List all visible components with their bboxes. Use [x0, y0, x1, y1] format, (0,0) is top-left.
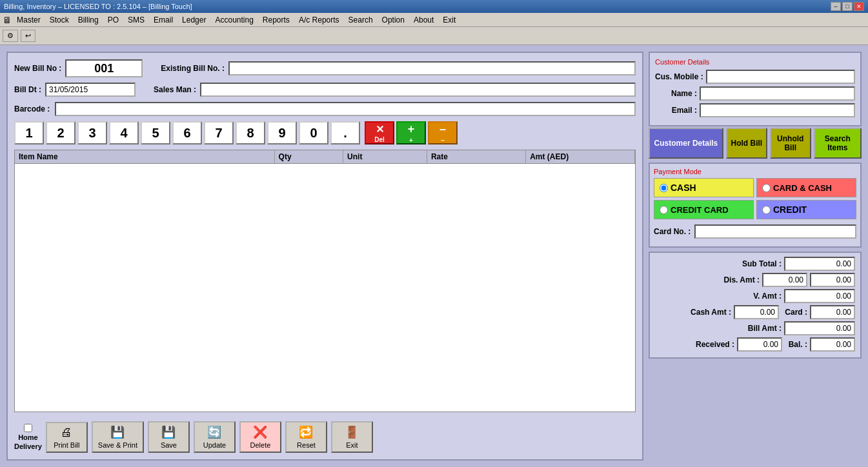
app-title: Billing, Inventory – LICENSED TO : 2.5.1… [4, 3, 192, 10]
home-delivery-checkbox[interactable] [24, 424, 32, 432]
num-btn-4[interactable]: 4 [109, 121, 139, 144]
title-bar: Billing, Inventory – LICENSED TO : 2.5.1… [0, 0, 868, 13]
bill-dt-select[interactable]: 31/05/2015 [45, 83, 136, 97]
existing-bill-no-select[interactable] [228, 61, 636, 75]
menu-item-accounting[interactable]: Accounting [211, 14, 257, 26]
num-btn-8[interactable]: 8 [236, 121, 265, 144]
menu-item-about[interactable]: About [410, 14, 438, 26]
num-btn-7[interactable]: 7 [204, 121, 234, 144]
menu-item-search[interactable]: Search [345, 14, 377, 26]
update-button[interactable]: 🔄 Update [194, 421, 236, 453]
toolbar-btn-1[interactable]: ⚙ [3, 30, 18, 42]
exit-button[interactable]: 🚪 Exit [331, 421, 373, 453]
minus-button[interactable]: – – [428, 121, 458, 144]
window-controls[interactable]: – □ ✕ [831, 2, 864, 11]
num-btn-9[interactable]: 9 [267, 121, 297, 144]
cus-mobile-row: Cus. Mobile : [655, 70, 855, 84]
num-btn-dot[interactable]: . [330, 121, 360, 144]
new-bill-no-input[interactable] [65, 59, 143, 77]
dis-amt-input1[interactable] [762, 273, 807, 287]
customer-details-btn2[interactable]: Customer Details [649, 128, 723, 159]
menu-item-exit[interactable]: Exit [439, 14, 459, 26]
plus-button[interactable]: + + [396, 121, 426, 144]
num-btn-2[interactable]: 2 [46, 121, 76, 144]
menu-item-email[interactable]: Email [150, 14, 177, 26]
print-bill-button[interactable]: 🖨 Print Bill [46, 422, 88, 453]
menu-bar: 🖥 Master Stock Billing PO SMS Email Ledg… [0, 13, 868, 27]
payment-credit-label: CREDIT [773, 204, 807, 215]
card-input[interactable] [810, 305, 855, 319]
payment-cash-radio[interactable] [660, 184, 668, 192]
main-content: New Bill No : Existing Bill No. : Bill D… [0, 45, 868, 467]
bal-input[interactable] [810, 337, 855, 352]
menu-item-stock[interactable]: Stock [46, 14, 73, 26]
num-btn-6[interactable]: 6 [172, 121, 202, 144]
received-label: Received : [683, 340, 734, 349]
search-items-row: Customer Details Hold Bill Unhold Bill S… [649, 128, 862, 159]
bottom-bar: Home Delivery 🖨 Print Bill 💾 Save & Prin… [14, 421, 636, 453]
payment-credit-radio[interactable] [762, 206, 771, 214]
barcode-select[interactable] [55, 102, 636, 116]
card-no-input[interactable] [694, 224, 856, 239]
payment-card-cash-radio[interactable] [762, 184, 771, 192]
num-btn-5[interactable]: 5 [141, 121, 170, 144]
dis-amt-input2[interactable] [810, 273, 855, 287]
menu-item-ac-reports[interactable]: A/c Reports [295, 14, 343, 26]
payment-card-cash[interactable]: CARD & CASH [756, 178, 856, 197]
name-select[interactable] [700, 86, 855, 101]
unhold-bill-btn2[interactable]: Unhold Bill [770, 128, 811, 159]
num-btn-3[interactable]: 3 [77, 121, 107, 144]
payment-section-title: Payment Mode [654, 168, 856, 175]
email-row: Email : [655, 103, 855, 117]
payment-credit-card[interactable]: CREDIT CARD [654, 200, 754, 219]
home-delivery-label: Home [18, 433, 38, 441]
received-input[interactable] [737, 337, 782, 352]
print-bill-label: Print Bill [54, 441, 79, 449]
toolbar-btn-2[interactable]: ↩ [21, 30, 35, 42]
menu-item-reports[interactable]: Reports [259, 14, 294, 26]
sales-man-label: Sales Man : [154, 85, 196, 94]
email-select[interactable] [700, 103, 855, 117]
sub-total-input[interactable] [784, 257, 855, 271]
v-amt-input[interactable] [784, 289, 855, 303]
v-amt-label: V. Amt : [730, 292, 782, 301]
menu-item-sms[interactable]: SMS [124, 14, 148, 26]
save-print-button[interactable]: 💾 Save & Print [92, 421, 144, 453]
reset-button[interactable]: 🔁 Reset [285, 421, 327, 453]
menu-item-po[interactable]: PO [104, 14, 123, 26]
sales-man-select[interactable] [200, 83, 636, 97]
save-button[interactable]: 💾 Save [148, 421, 190, 453]
save-print-icon: 💾 [110, 425, 125, 439]
barcode-label: Barcode : [14, 104, 50, 114]
num-btn-1[interactable]: 1 [14, 121, 44, 144]
del-button[interactable]: ✕ Del [365, 121, 394, 144]
menu-item-master[interactable]: Master [13, 14, 45, 26]
card-no-label: Card No. : [654, 227, 691, 236]
minimize-button[interactable]: – [831, 2, 841, 11]
customer-section: Customer Details Cus. Mobile : Name : Em… [649, 52, 862, 126]
cus-mobile-input[interactable] [706, 70, 855, 84]
bill-form-row2: Bill Dt : 31/05/2015 Sales Man : [14, 83, 636, 97]
payment-credit[interactable]: CREDIT [756, 200, 856, 219]
hold-bill-btn2[interactable]: Hold Bill [726, 128, 767, 159]
customer-section-title: Customer Details [655, 58, 855, 66]
payment-cash-label: CASH [671, 183, 696, 193]
search-items-btn[interactable]: Search Items [814, 128, 862, 159]
cash-amt-input[interactable] [734, 305, 779, 319]
cus-mobile-label: Cus. Mobile : [655, 72, 703, 81]
close-button[interactable]: ✕ [854, 2, 864, 11]
maximize-button[interactable]: □ [842, 2, 853, 11]
menu-item-option[interactable]: Option [378, 14, 409, 26]
sub-total-row: Sub Total : [655, 257, 855, 271]
delete-button[interactable]: ❌ Delete [239, 421, 281, 453]
reset-icon: 🔁 [299, 425, 313, 439]
menu-item-billing[interactable]: Billing [74, 14, 103, 26]
delete-icon: ❌ [253, 425, 267, 439]
save-icon: 💾 [161, 425, 176, 439]
menu-item-ledger[interactable]: Ledger [178, 14, 210, 26]
payment-cash[interactable]: CASH [654, 178, 754, 197]
bill-amt-input[interactable] [784, 321, 855, 335]
num-btn-0[interactable]: 0 [299, 121, 328, 144]
home-delivery-check[interactable]: Home Delivery [14, 424, 42, 450]
payment-credit-card-radio[interactable] [660, 206, 668, 214]
